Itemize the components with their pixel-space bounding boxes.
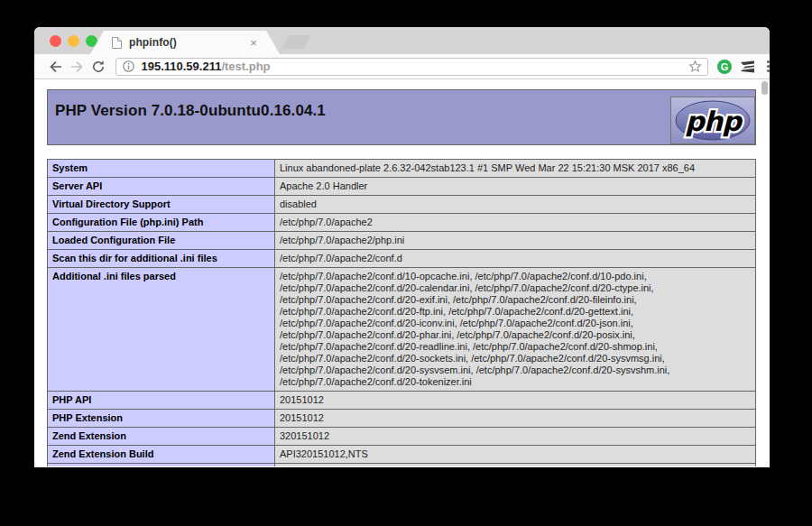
- row-value: /etc/php/7.0/apache2: [275, 214, 756, 232]
- row-label: Zend Extension Build: [48, 446, 275, 464]
- scrollbar-thumb[interactable]: [761, 81, 768, 95]
- table-row: Configuration File (php.ini) Path/etc/ph…: [48, 214, 756, 232]
- row-label: PHP Extension: [48, 410, 275, 428]
- row-value: /etc/php/7.0/apache2/conf.d/10-opcache.i…: [275, 268, 756, 392]
- tab-strip: phpinfo() ×: [34, 27, 770, 54]
- refresh-button[interactable]: [88, 56, 108, 78]
- table-row: PHP Extension20151012: [48, 410, 756, 428]
- row-value: /etc/php/7.0/apache2/php.ini: [275, 232, 756, 250]
- row-label: PHP API: [48, 392, 275, 410]
- row-label: Loaded Configuration File: [48, 232, 275, 250]
- bookmark-star-icon[interactable]: [688, 60, 702, 73]
- row-label: Configuration File (php.ini) Path: [48, 214, 275, 232]
- page-content: PHP Version 7.0.18-0ubuntu0.16.04.1: [34, 79, 770, 466]
- close-window-button[interactable]: [50, 35, 61, 47]
- url-text: 195.110.59.211/test.php: [141, 60, 688, 73]
- row-value: Apache 2.0 Handler: [275, 178, 756, 196]
- table-row: Additional .ini files parsed/etc/php/7.0…: [48, 268, 756, 392]
- table-row: Zend Extension320151012: [48, 428, 756, 446]
- row-value: API20151012,NTS: [275, 464, 756, 467]
- table-row: SystemLinux abandoned-plate 2.6.32-042st…: [48, 160, 756, 178]
- row-value: 20151012: [275, 410, 756, 428]
- row-label: Additional .ini files parsed: [48, 268, 275, 392]
- minimize-window-button[interactable]: [68, 35, 79, 47]
- back-arrow-icon: [49, 60, 63, 74]
- forward-arrow-icon: [69, 60, 84, 74]
- row-value: API320151012,NTS: [275, 446, 756, 464]
- row-value: 320151012: [275, 428, 756, 446]
- grammarly-extension-icon[interactable]: G: [717, 60, 732, 74]
- php-logo-text: php: [685, 106, 743, 137]
- page-info-icon[interactable]: [123, 60, 134, 72]
- table-row: Loaded Configuration File/etc/php/7.0/ap…: [48, 232, 756, 250]
- table-row: PHP Extension BuildAPI20151012,NTS: [48, 464, 756, 467]
- row-label: System: [48, 160, 275, 178]
- row-label: Virtual Directory Support: [48, 196, 275, 214]
- row-label: Scan this dir for additional .ini files: [48, 250, 275, 268]
- address-bar[interactable]: 195.110.59.211/test.php: [115, 58, 708, 76]
- table-row: PHP API20151012: [48, 392, 756, 410]
- row-label: Server API: [48, 178, 275, 196]
- browser-window: phpinfo() ×: [34, 27, 770, 467]
- url-path: /test.php: [221, 60, 270, 73]
- table-row: Scan this dir for additional .ini files/…: [48, 250, 756, 268]
- tab-phpinfo[interactable]: phpinfo() ×: [90, 31, 280, 54]
- browser-toolbar: 195.110.59.211/test.php G: [34, 54, 770, 79]
- row-value: /etc/php/7.0/apache2/conf.d: [275, 250, 756, 268]
- browser-menu-icon[interactable]: [767, 60, 770, 72]
- php-version-header: PHP Version 7.0.18-0ubuntu0.16.04.1: [47, 89, 756, 145]
- phpinfo-page: PHP Version 7.0.18-0ubuntu0.16.04.1: [34, 79, 756, 466]
- flag-extension-icon[interactable]: [740, 60, 755, 73]
- row-label: Zend Extension: [48, 428, 275, 446]
- table-row: Server APIApache 2.0 Handler: [48, 178, 756, 196]
- new-tab-button[interactable]: [281, 35, 311, 49]
- tab-close-icon[interactable]: ×: [247, 37, 260, 49]
- screenshot-stage: phpinfo() ×: [0, 0, 812, 526]
- row-value: disabled: [275, 196, 756, 214]
- window-controls: [50, 35, 97, 47]
- tab-title: phpinfo(): [129, 36, 247, 49]
- page-favicon-icon: [111, 36, 123, 50]
- info-table: SystemLinux abandoned-plate 2.6.32-042st…: [47, 159, 756, 466]
- table-row: Virtual Directory Supportdisabled: [48, 196, 756, 214]
- page-title: PHP Version 7.0.18-0ubuntu0.16.04.1: [48, 90, 755, 120]
- back-button[interactable]: [45, 56, 66, 78]
- table-row: Zend Extension BuildAPI320151012,NTS: [48, 446, 756, 464]
- extensions-area: G: [717, 60, 770, 74]
- refresh-icon: [91, 60, 106, 74]
- php-logo: php: [670, 97, 755, 144]
- url-host: 195.110.59.211: [141, 60, 221, 73]
- row-value: Linux abandoned-plate 2.6.32-042stab123.…: [275, 160, 756, 178]
- row-label: PHP Extension Build: [48, 464, 275, 467]
- forward-button[interactable]: [66, 56, 87, 78]
- info-table-body: SystemLinux abandoned-plate 2.6.32-042st…: [48, 160, 756, 467]
- row-value: 20151012: [275, 392, 756, 410]
